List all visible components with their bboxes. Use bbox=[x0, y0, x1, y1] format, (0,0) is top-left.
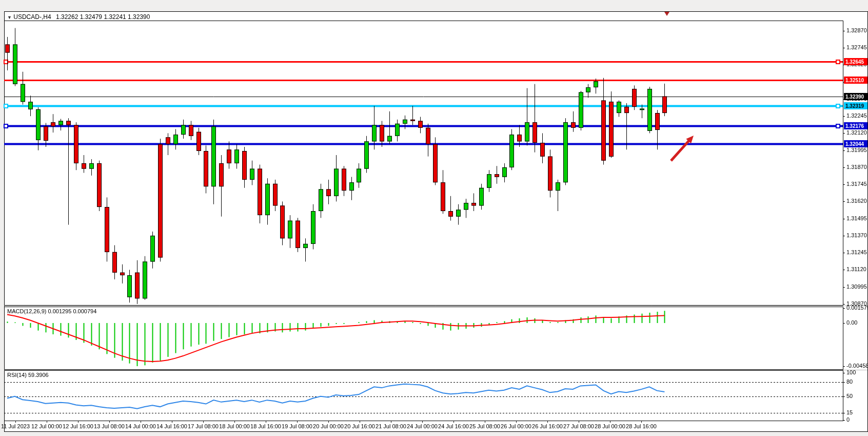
rsi-indicator-label: RSI(14) 59.3906 bbox=[7, 372, 49, 378]
symbol-period-label: USDCAD-,H4 bbox=[13, 13, 51, 21]
macd-indicator-label: MACD(12,26,9) 0.001295 0.000794 bbox=[7, 308, 96, 314]
quote-ohlc-label: 1.32262 1.32479 1.32241 1.32390 bbox=[56, 13, 150, 21]
chart-title: ▼ USDCAD-,H4 1.32262 1.32479 1.32241 1.3… bbox=[7, 13, 150, 21]
chart-canvas[interactable] bbox=[0, 0, 868, 436]
collapse-icon[interactable]: ▼ bbox=[7, 15, 12, 20]
application-window: 新订单自动交易▾▾▾+|—/⫽FAT✦▾M1M5M15M30H1H4D1W1MN… bbox=[0, 0, 868, 436]
